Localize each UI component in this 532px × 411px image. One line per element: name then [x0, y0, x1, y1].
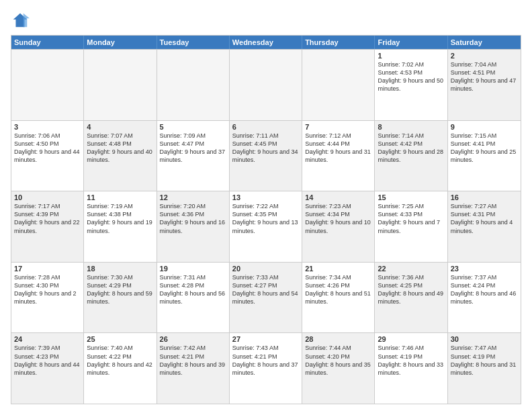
day-number: 11 — [87, 193, 153, 201]
day-info: Sunrise: 7:02 AM Sunset: 4:53 PM Dayligh… — [378, 60, 444, 93]
day-info: Sunrise: 7:34 AM Sunset: 4:26 PM Dayligh… — [305, 273, 371, 306]
day-number: 15 — [378, 193, 444, 201]
day-number: 17 — [14, 265, 81, 273]
day-number: 5 — [160, 123, 226, 131]
day-cell-23: 23Sunrise: 7:37 AM Sunset: 4:24 PM Dayli… — [448, 263, 521, 333]
day-number: 22 — [378, 265, 444, 273]
day-info: Sunrise: 7:27 AM Sunset: 4:31 PM Dayligh… — [451, 202, 518, 235]
empty-cell-0-4 — [302, 50, 375, 120]
empty-cell-0-2 — [157, 50, 230, 120]
day-info: Sunrise: 7:23 AM Sunset: 4:34 PM Dayligh… — [305, 202, 371, 235]
header-day-saturday: Saturday — [448, 36, 521, 49]
day-cell-19: 19Sunrise: 7:31 AM Sunset: 4:28 PM Dayli… — [157, 263, 230, 333]
header-day-friday: Friday — [375, 36, 447, 49]
calendar-row-0: 1Sunrise: 7:02 AM Sunset: 4:53 PM Daylig… — [11, 49, 521, 120]
day-cell-22: 22Sunrise: 7:36 AM Sunset: 4:25 PM Dayli… — [375, 263, 447, 333]
day-info: Sunrise: 7:36 AM Sunset: 4:25 PM Dayligh… — [378, 273, 444, 306]
day-info: Sunrise: 7:30 AM Sunset: 4:29 PM Dayligh… — [87, 273, 153, 306]
day-number: 1 — [378, 52, 444, 60]
calendar-body: 1Sunrise: 7:02 AM Sunset: 4:53 PM Daylig… — [11, 49, 521, 404]
day-cell-13: 13Sunrise: 7:22 AM Sunset: 4:35 PM Dayli… — [230, 191, 302, 262]
calendar-row-3: 17Sunrise: 7:28 AM Sunset: 4:30 PM Dayli… — [11, 262, 521, 333]
day-cell-24: 24Sunrise: 7:39 AM Sunset: 4:23 PM Dayli… — [11, 333, 84, 404]
calendar-row-1: 3Sunrise: 7:06 AM Sunset: 4:50 PM Daylig… — [11, 120, 521, 191]
day-number: 8 — [378, 123, 444, 131]
day-info: Sunrise: 7:15 AM Sunset: 4:41 PM Dayligh… — [451, 132, 518, 165]
empty-cell-0-3 — [230, 50, 302, 120]
day-number: 27 — [232, 335, 299, 343]
day-number: 20 — [232, 265, 299, 273]
header-day-sunday: Sunday — [11, 36, 84, 49]
day-number: 14 — [305, 193, 371, 201]
day-cell-29: 29Sunrise: 7:46 AM Sunset: 4:19 PM Dayli… — [375, 333, 447, 404]
day-info: Sunrise: 7:25 AM Sunset: 4:33 PM Dayligh… — [378, 202, 444, 235]
day-info: Sunrise: 7:28 AM Sunset: 4:30 PM Dayligh… — [14, 273, 81, 306]
day-cell-2: 2Sunrise: 7:04 AM Sunset: 4:51 PM Daylig… — [448, 50, 521, 120]
day-info: Sunrise: 7:31 AM Sunset: 4:28 PM Dayligh… — [160, 273, 226, 306]
day-info: Sunrise: 7:17 AM Sunset: 4:39 PM Dayligh… — [14, 202, 81, 235]
day-number: 28 — [305, 335, 371, 343]
day-info: Sunrise: 7:06 AM Sunset: 4:50 PM Dayligh… — [14, 132, 81, 165]
day-cell-6: 6Sunrise: 7:11 AM Sunset: 4:45 PM Daylig… — [230, 121, 302, 191]
day-cell-26: 26Sunrise: 7:42 AM Sunset: 4:21 PM Dayli… — [157, 333, 230, 404]
day-cell-27: 27Sunrise: 7:43 AM Sunset: 4:21 PM Dayli… — [230, 333, 302, 404]
day-number: 30 — [451, 335, 518, 343]
day-info: Sunrise: 7:14 AM Sunset: 4:42 PM Dayligh… — [378, 132, 444, 165]
logo — [11, 11, 32, 30]
header-day-thursday: Thursday — [302, 36, 375, 49]
day-info: Sunrise: 7:33 AM Sunset: 4:27 PM Dayligh… — [232, 273, 299, 306]
day-cell-14: 14Sunrise: 7:23 AM Sunset: 4:34 PM Dayli… — [302, 191, 375, 262]
calendar: SundayMondayTuesdayWednesdayThursdayFrid… — [11, 35, 521, 404]
calendar-header: SundayMondayTuesdayWednesdayThursdayFrid… — [11, 36, 521, 49]
day-number: 29 — [378, 335, 444, 343]
day-number: 25 — [87, 335, 153, 343]
svg-marker-1 — [24, 13, 30, 28]
day-cell-16: 16Sunrise: 7:27 AM Sunset: 4:31 PM Dayli… — [448, 191, 521, 262]
day-number: 9 — [451, 123, 518, 131]
day-info: Sunrise: 7:11 AM Sunset: 4:45 PM Dayligh… — [232, 132, 299, 165]
day-info: Sunrise: 7:39 AM Sunset: 4:23 PM Dayligh… — [14, 344, 81, 377]
logo-icon — [11, 11, 30, 30]
day-number: 13 — [232, 193, 299, 201]
day-info: Sunrise: 7:07 AM Sunset: 4:48 PM Dayligh… — [87, 132, 153, 165]
day-cell-5: 5Sunrise: 7:09 AM Sunset: 4:47 PM Daylig… — [157, 121, 230, 191]
day-number: 23 — [451, 265, 518, 273]
day-number: 10 — [14, 193, 81, 201]
calendar-row-2: 10Sunrise: 7:17 AM Sunset: 4:39 PM Dayli… — [11, 191, 521, 262]
day-number: 21 — [305, 265, 371, 273]
day-number: 4 — [87, 123, 153, 131]
day-info: Sunrise: 7:44 AM Sunset: 4:20 PM Dayligh… — [305, 344, 371, 377]
day-info: Sunrise: 7:04 AM Sunset: 4:51 PM Dayligh… — [451, 60, 518, 93]
header — [11, 11, 521, 30]
day-info: Sunrise: 7:09 AM Sunset: 4:47 PM Dayligh… — [160, 132, 226, 165]
empty-cell-0-1 — [84, 50, 157, 120]
page: SundayMondayTuesdayWednesdayThursdayFrid… — [0, 0, 532, 411]
day-cell-9: 9Sunrise: 7:15 AM Sunset: 4:41 PM Daylig… — [448, 121, 521, 191]
day-info: Sunrise: 7:22 AM Sunset: 4:35 PM Dayligh… — [232, 202, 299, 235]
day-cell-4: 4Sunrise: 7:07 AM Sunset: 4:48 PM Daylig… — [84, 121, 157, 191]
day-cell-10: 10Sunrise: 7:17 AM Sunset: 4:39 PM Dayli… — [11, 191, 84, 262]
day-info: Sunrise: 7:19 AM Sunset: 4:38 PM Dayligh… — [87, 202, 153, 235]
day-info: Sunrise: 7:40 AM Sunset: 4:22 PM Dayligh… — [87, 344, 153, 377]
day-cell-1: 1Sunrise: 7:02 AM Sunset: 4:53 PM Daylig… — [375, 50, 447, 120]
day-number: 7 — [305, 123, 371, 131]
day-number: 2 — [451, 52, 518, 60]
day-cell-8: 8Sunrise: 7:14 AM Sunset: 4:42 PM Daylig… — [375, 121, 447, 191]
day-cell-18: 18Sunrise: 7:30 AM Sunset: 4:29 PM Dayli… — [84, 263, 157, 333]
day-info: Sunrise: 7:12 AM Sunset: 4:44 PM Dayligh… — [305, 132, 371, 165]
calendar-row-4: 24Sunrise: 7:39 AM Sunset: 4:23 PM Dayli… — [11, 332, 521, 404]
day-number: 6 — [232, 123, 299, 131]
day-cell-12: 12Sunrise: 7:20 AM Sunset: 4:36 PM Dayli… — [157, 191, 230, 262]
empty-cell-0-0 — [11, 50, 84, 120]
day-number: 24 — [14, 335, 81, 343]
day-number: 18 — [87, 265, 153, 273]
day-cell-25: 25Sunrise: 7:40 AM Sunset: 4:22 PM Dayli… — [84, 333, 157, 404]
day-info: Sunrise: 7:20 AM Sunset: 4:36 PM Dayligh… — [160, 202, 226, 235]
day-cell-21: 21Sunrise: 7:34 AM Sunset: 4:26 PM Dayli… — [302, 263, 375, 333]
day-cell-15: 15Sunrise: 7:25 AM Sunset: 4:33 PM Dayli… — [375, 191, 447, 262]
day-info: Sunrise: 7:43 AM Sunset: 4:21 PM Dayligh… — [232, 344, 299, 377]
day-cell-11: 11Sunrise: 7:19 AM Sunset: 4:38 PM Dayli… — [84, 191, 157, 262]
day-cell-7: 7Sunrise: 7:12 AM Sunset: 4:44 PM Daylig… — [302, 121, 375, 191]
day-info: Sunrise: 7:42 AM Sunset: 4:21 PM Dayligh… — [160, 344, 226, 377]
day-cell-17: 17Sunrise: 7:28 AM Sunset: 4:30 PM Dayli… — [11, 263, 84, 333]
